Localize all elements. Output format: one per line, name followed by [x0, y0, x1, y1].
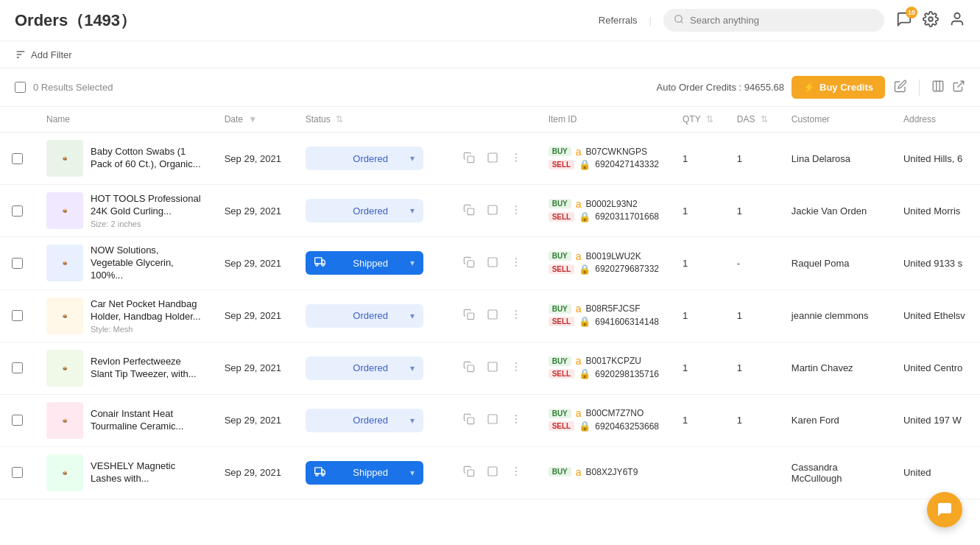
row-checkbox[interactable] — [12, 258, 23, 269]
svg-point-40 — [515, 258, 517, 259]
copy-icon[interactable] — [460, 410, 478, 430]
status-dropdown[interactable]: Ordered ▾ — [306, 356, 423, 380]
status-sort-icon: ⇅ — [336, 114, 343, 124]
svg-rect-78 — [314, 468, 321, 474]
square-icon[interactable] — [484, 358, 501, 378]
amazon-icon: a — [576, 466, 582, 478]
more-icon[interactable] — [507, 149, 525, 169]
svg-rect-28 — [468, 208, 474, 215]
status-cell: Ordered ▾ — [294, 289, 448, 342]
das-cell: 1 — [725, 133, 780, 185]
copy-icon[interactable] — [460, 253, 478, 273]
qty-cell: 1 — [671, 237, 725, 290]
referrals-link[interactable]: Referrals — [599, 15, 638, 26]
table-header: Name Date ▼ Status ⇅ Item ID QTY ⇅ DAS ⇅… — [0, 107, 980, 133]
row-checkbox-cell — [0, 446, 35, 499]
more-icon[interactable] — [507, 410, 525, 430]
user-icon[interactable] — [949, 11, 965, 29]
row-checkbox[interactable] — [12, 362, 23, 373]
page-title: Orders（1493） — [15, 10, 136, 32]
sell-id: 6920279687332 — [595, 264, 659, 274]
svg-text:📦: 📦 — [63, 313, 68, 318]
row-checkbox[interactable] — [12, 310, 23, 321]
add-filter-button[interactable]: Add Filter — [15, 49, 72, 60]
svg-point-52 — [515, 314, 517, 315]
lock-icon: 🔒 — [579, 211, 591, 222]
status-dropdown[interactable]: Ordered ▾ — [306, 147, 423, 170]
th-status[interactable]: Status ⇅ — [294, 107, 448, 133]
copy-icon[interactable] — [460, 463, 478, 482]
copy-icon[interactable] — [460, 358, 478, 378]
svg-rect-60 — [468, 365, 474, 372]
th-qty[interactable]: QTY ⇅ — [671, 107, 725, 133]
results-selected: 0 Results Selected — [33, 82, 113, 93]
das-cell: 1 — [725, 394, 780, 446]
square-icon[interactable] — [484, 201, 501, 221]
square-icon[interactable] — [484, 149, 501, 169]
svg-point-53 — [515, 317, 517, 319]
status-label: Shipped — [353, 467, 388, 478]
th-date[interactable]: Date ▼ — [213, 107, 294, 133]
copy-icon[interactable] — [460, 149, 478, 169]
more-icon[interactable] — [507, 306, 525, 326]
copy-icon[interactable] — [460, 306, 478, 326]
product-cell: 📦 Revlon Perfectweeze Slant Tip Tweezer,… — [35, 342, 213, 394]
customer-name: Cassandra McCullough — [780, 446, 892, 499]
square-icon[interactable] — [484, 463, 501, 482]
address: United Centro — [892, 342, 980, 394]
search-input[interactable] — [690, 15, 874, 26]
columns-icon[interactable] — [931, 80, 945, 95]
svg-point-79 — [316, 474, 318, 476]
row-actions — [448, 133, 537, 185]
svg-line-1 — [681, 21, 683, 24]
row-checkbox[interactable] — [12, 467, 23, 478]
svg-point-3 — [954, 13, 959, 18]
settings-icon[interactable] — [923, 11, 939, 29]
row-checkbox[interactable] — [12, 415, 23, 426]
buy-tag: BUY — [549, 467, 571, 477]
more-icon[interactable] — [507, 358, 525, 378]
status-dropdown[interactable]: Shipped ▾ — [306, 251, 423, 275]
more-icon[interactable] — [507, 463, 525, 482]
status-cell: Ordered ▾ — [294, 342, 448, 394]
svg-point-19 — [515, 153, 517, 155]
export-icon[interactable] — [952, 80, 965, 95]
edit-icon[interactable] — [894, 80, 907, 95]
status-cell: Ordered ▾ — [294, 185, 448, 237]
copy-icon[interactable] — [460, 201, 478, 221]
svg-rect-18 — [488, 153, 497, 162]
lock-icon: 🔒 — [579, 421, 591, 432]
square-icon[interactable] — [484, 410, 501, 430]
chevron-down-icon: ▾ — [410, 153, 415, 164]
status-dropdown[interactable]: Ordered ▾ — [306, 304, 423, 328]
lock-icon: 🔒 — [579, 316, 591, 327]
notification-button[interactable]: 10 — [896, 11, 912, 29]
svg-point-41 — [515, 261, 517, 263]
table-controls: 0 Results Selected Auto Order Credits : … — [0, 68, 980, 107]
status-cell: Shipped ▾ — [294, 237, 448, 290]
square-icon[interactable] — [484, 306, 501, 326]
more-icon[interactable] — [507, 253, 525, 273]
date-sort-icon: ▼ — [248, 114, 257, 124]
square-icon[interactable] — [484, 253, 501, 273]
status-dropdown[interactable]: Ordered ▾ — [306, 199, 423, 222]
item-id-cell: BUY a B08X2JY6T9 — [537, 446, 671, 499]
row-checkbox[interactable] — [12, 205, 23, 217]
buy-id: B08R5FJCSF — [586, 303, 641, 314]
svg-text:📦: 📦 — [63, 156, 68, 161]
status-icon — [314, 204, 325, 217]
status-dropdown[interactable]: Shipped ▾ — [306, 461, 423, 485]
more-icon[interactable] — [507, 201, 525, 221]
row-checkbox[interactable] — [12, 153, 23, 164]
select-all-checkbox[interactable] — [15, 82, 26, 93]
toolbar: Add Filter — [0, 41, 980, 68]
product-name: Car Net Pocket Handbag Holder, Handbag H… — [91, 298, 201, 323]
das-cell: 1 — [725, 289, 780, 342]
status-dropdown[interactable]: Ordered ▾ — [306, 409, 423, 432]
th-das[interactable]: DAS ⇅ — [725, 107, 780, 133]
table-row: 📦 Car Net Pocket Handbag Holder, Handbag… — [0, 289, 980, 342]
svg-point-62 — [515, 363, 517, 365]
buy-credits-button[interactable]: ⚡ Buy Credits — [792, 76, 885, 99]
product-image: 📦 — [46, 140, 83, 177]
th-name[interactable]: Name — [35, 107, 213, 133]
